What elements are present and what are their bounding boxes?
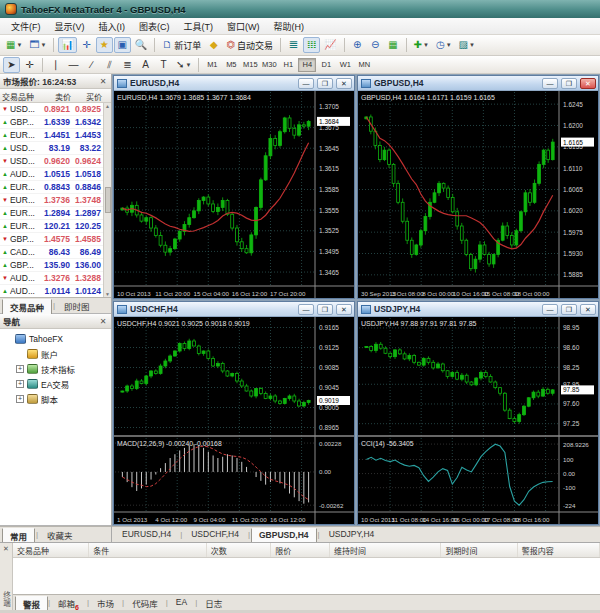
chart-window-titlebar[interactable]: GBPUSD,H4—❐✕ xyxy=(358,76,598,91)
market-watch-tab-1[interactable]: 即时图 xyxy=(56,299,98,315)
label-button[interactable]: T xyxy=(155,57,172,73)
close-button[interactable]: ✕ xyxy=(580,304,596,315)
scroll-down-icon[interactable]: ▼ xyxy=(105,291,110,297)
market-watch-row[interactable]: ▲GBP...135.90136.00 xyxy=(0,259,111,272)
menu-item-2[interactable]: 插入(I) xyxy=(92,18,133,35)
market-watch-row[interactable]: ▲EUR...1.28941.2897 xyxy=(0,207,111,220)
navigator-root[interactable]: TahoeFX xyxy=(0,331,111,346)
restore-button[interactable]: ❐ xyxy=(317,78,333,89)
timeframe-button-m1[interactable]: M1 xyxy=(203,58,221,72)
timeframe-button-d1[interactable]: D1 xyxy=(317,58,335,72)
chart-tab-gbpusd[interactable]: GBPUSD,H4 xyxy=(251,528,317,543)
market-watch-col-0[interactable]: 交易品种 xyxy=(0,89,42,102)
chart-window-titlebar[interactable]: EURUSD,H4—❐✕ xyxy=(114,76,354,91)
menu-item-3[interactable]: 图表(C) xyxy=(132,18,177,35)
close-button[interactable]: ✕ xyxy=(580,78,596,89)
chart-canvas-usdjpy[interactable]: 98.9598.6098.2597.9597.6097.2597.85USDJP… xyxy=(358,317,598,524)
expand-icon[interactable]: + xyxy=(16,380,24,388)
market-watch-row[interactable]: ▲CAD...86.4386.49 xyxy=(0,246,111,259)
navigator-item-0[interactable]: 账户 xyxy=(0,346,111,361)
restore-button[interactable]: ❐ xyxy=(561,304,577,315)
new-chart-button[interactable]: ▦▼ xyxy=(3,37,25,53)
chart-candles-button[interactable]: 𝍖 xyxy=(303,37,320,53)
fibonacci-button[interactable]: ≣ xyxy=(119,57,136,73)
timeframe-button-m5[interactable]: M5 xyxy=(222,58,240,72)
market-watch-toggle[interactable]: 📊 xyxy=(58,37,76,53)
minimize-button[interactable]: — xyxy=(542,304,558,315)
market-watch-row[interactable]: ▲AUD...1.01141.0124 xyxy=(0,285,111,297)
data-window-toggle[interactable]: ✛ xyxy=(78,37,95,53)
navigator-item-1[interactable]: +技术指标 xyxy=(0,361,111,376)
close-button[interactable]: ✕ xyxy=(336,304,352,315)
market-watch-row[interactable]: ▲EUR...120.21120.25 xyxy=(0,220,111,233)
timeframe-button-m30[interactable]: M30 xyxy=(260,58,278,72)
tile-windows-button[interactable]: ▦ xyxy=(385,37,402,53)
text-button[interactable]: A xyxy=(137,57,154,73)
chart-tab-eurusd[interactable]: EURUSD,H4 xyxy=(114,528,179,542)
terminal-col-2[interactable]: 次数 xyxy=(207,543,272,557)
vertical-line-button[interactable]: ❘ xyxy=(47,57,64,73)
timeframe-button-mn[interactable]: MN xyxy=(355,58,373,72)
arrows-button[interactable]: ➘▼ xyxy=(173,57,194,73)
expand-icon[interactable]: + xyxy=(16,365,24,373)
chart-tab-usdchf[interactable]: USDCHF,H4 xyxy=(183,528,247,542)
terminal-col-4[interactable]: 维持时间 xyxy=(330,543,442,557)
menu-item-1[interactable]: 显示(V) xyxy=(48,18,92,35)
chart-tab-usdjpy[interactable]: USDJPY,H4 xyxy=(321,528,383,542)
close-icon[interactable]: ✕ xyxy=(3,545,9,553)
market-watch-col-2[interactable]: 买价 xyxy=(73,89,104,102)
minimize-button[interactable]: — xyxy=(542,78,558,89)
scroll-up-icon[interactable]: ▲ xyxy=(105,103,110,109)
new-order-button[interactable]: 🗋新订单 xyxy=(159,37,204,53)
close-icon[interactable]: ✕ xyxy=(98,77,108,86)
terminal-col-0[interactable]: 交易品种 xyxy=(13,543,89,557)
chart-bars-button[interactable]: 𝌆 xyxy=(285,37,302,53)
chart-canvas-gbpusd[interactable]: 1.62451.62001.61551.61101.60651.60201.59… xyxy=(358,91,598,298)
close-icon[interactable]: ✕ xyxy=(98,317,108,326)
cursor-button[interactable]: ➤ xyxy=(3,57,20,73)
terminal-col-1[interactable]: 条件 xyxy=(89,543,206,557)
profiles-button[interactable]: 🗔▼ xyxy=(26,37,49,53)
market-watch-col-1[interactable]: 卖价 xyxy=(42,89,73,102)
navigator-item-2[interactable]: +EA交易 xyxy=(0,376,111,391)
strategy-tester-toggle[interactable]: 🔍 xyxy=(132,37,150,53)
timeframe-button-h4[interactable]: H4 xyxy=(298,58,316,72)
templates-button[interactable]: ▨▼ xyxy=(456,37,478,53)
market-watch-row[interactable]: ▼EUR...1.37361.3748 xyxy=(0,194,111,207)
menu-item-5[interactable]: 窗口(W) xyxy=(220,18,267,35)
navigator-toggle[interactable]: ★ xyxy=(96,37,113,53)
market-watch-row[interactable]: ▲GBP...1.63391.6342 xyxy=(0,116,111,129)
terminal-tab-4[interactable]: EA xyxy=(168,596,195,610)
trendline-button[interactable]: ∕ xyxy=(83,57,100,73)
restore-button[interactable]: ❐ xyxy=(317,304,333,315)
menu-item-0[interactable]: 文件(F) xyxy=(4,18,48,35)
zoom-in-button[interactable]: ⊕ xyxy=(349,37,366,53)
close-button[interactable]: ✕ xyxy=(336,78,352,89)
horizontal-line-button[interactable]: ― xyxy=(65,57,82,73)
market-watch-row[interactable]: ▲AUD...1.05151.0518 xyxy=(0,168,111,181)
timeframe-button-w1[interactable]: W1 xyxy=(336,58,354,72)
periods-button[interactable]: ◷▼ xyxy=(433,37,455,53)
chart-canvas-usdchf[interactable]: 0.91650.91250.90850.90450.90050.89650.90… xyxy=(114,317,354,524)
timeframe-button-m15[interactable]: M15 xyxy=(241,58,259,72)
chart-canvas-eurusd[interactable]: 1.37051.36751.36451.36151.35851.35551.35… xyxy=(114,91,354,298)
chart-window-titlebar[interactable]: USDJPY,H4—❐✕ xyxy=(358,302,598,317)
zoom-out-button[interactable]: ⊖ xyxy=(367,37,384,53)
menu-item-6[interactable]: 帮助(H) xyxy=(267,18,312,35)
restore-button[interactable]: ❐ xyxy=(561,78,577,89)
market-watch-row[interactable]: ▲EUR...1.44511.4453 xyxy=(0,129,111,142)
chart-window-titlebar[interactable]: USDCHF,H4—❐✕ xyxy=(114,302,354,317)
market-watch-row[interactable]: ▼USD...0.89210.8925 xyxy=(0,103,111,116)
crosshair-button[interactable]: ✛ xyxy=(21,57,38,73)
autotrading-button[interactable]: ⏣自动交易 xyxy=(223,37,276,53)
channel-button[interactable]: ⫽ xyxy=(101,57,118,73)
chart-line-button[interactable]: 📈 xyxy=(321,37,339,53)
menu-item-4[interactable]: 工具(T) xyxy=(177,18,221,35)
terminal-toggle[interactable]: ▣ xyxy=(114,37,131,53)
terminal-col-5[interactable]: 到期时间 xyxy=(441,543,517,557)
market-watch-row[interactable]: ▼USD...0.96200.9624 xyxy=(0,155,111,168)
minimize-button[interactable]: — xyxy=(298,304,314,315)
navigator-item-3[interactable]: +脚本 xyxy=(0,391,111,406)
scrollbar-thumb[interactable] xyxy=(105,187,111,213)
metaeditor-button[interactable]: ◆ xyxy=(205,37,222,53)
